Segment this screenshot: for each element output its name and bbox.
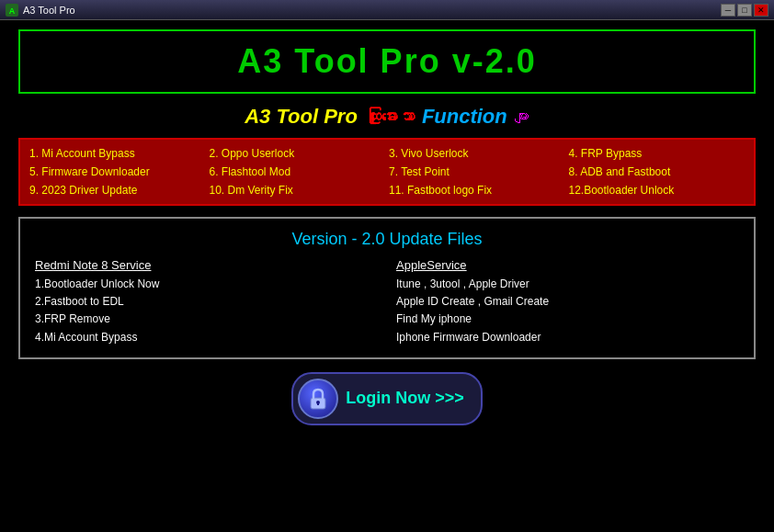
apple-item-2: Apple ID Create , Gmail Create xyxy=(396,293,739,311)
svg-rect-4 xyxy=(317,402,319,405)
title-bar-buttons: ─ □ ✕ xyxy=(721,4,768,17)
version-left: Redmi Note 8 Service 1.Bootloader Unlock… xyxy=(35,258,378,346)
func-item-8[interactable]: 8. ADB and Fastboot xyxy=(569,165,746,178)
svg-text:A: A xyxy=(9,6,16,16)
func-item-7[interactable]: 7. Test Point xyxy=(389,165,565,178)
redmi-item-1: 1.Bootloader Unlock Now xyxy=(35,276,378,293)
func-item-2[interactable]: 2. Oppo Userlock xyxy=(210,147,386,160)
func-item-6[interactable]: 6. Flashtool Mod xyxy=(210,165,386,178)
header-box: A3 Tool Pro v-2.0 xyxy=(18,29,756,94)
lock-icon xyxy=(298,379,338,419)
func-item-1[interactable]: 1. Mi Account Bypass xyxy=(29,147,206,160)
functions-grid: 1. Mi Account Bypass 2. Oppo Userlock 3.… xyxy=(29,147,745,197)
functions-box: 1. Mi Account Bypass 2. Oppo Userlock 3.… xyxy=(18,138,756,206)
close-button[interactable]: ✕ xyxy=(754,4,768,17)
login-area: Login Now >>> xyxy=(18,372,756,425)
login-text: Login Now >>> xyxy=(346,389,464,408)
maximize-button[interactable]: □ xyxy=(737,4,752,17)
version-box: Version - 2.0 Update Files Redmi Note 8 … xyxy=(18,217,756,359)
redmi-item-4: 4.Mi Account Bypass xyxy=(35,329,378,346)
apple-item-3: Find My iphone xyxy=(396,311,739,328)
main-content: A3 Tool Pro v-2.0 A3 Tool Pro ထူးခြားသော… xyxy=(0,20,774,532)
title-bar-text: A3 Tool Pro xyxy=(23,5,75,16)
apple-heading: AppleService xyxy=(396,258,739,272)
func-item-3[interactable]: 3. Vivo Userlock xyxy=(389,147,565,160)
func-item-10[interactable]: 10. Dm Verity Fix xyxy=(210,184,386,197)
func-item-12[interactable]: 12.Bootloader Unlock xyxy=(569,184,746,197)
redmi-item-3: 3.FRP Remove xyxy=(35,311,378,328)
func-item-11[interactable]: 11. Fastboot logo Fix xyxy=(389,184,565,197)
app-icon: A xyxy=(6,4,18,17)
version-content: Redmi Note 8 Service 1.Bootloader Unlock… xyxy=(35,258,739,346)
func-item-5[interactable]: 5. Firmware Downloader xyxy=(29,165,206,178)
app-title: A3 Tool Pro v-2.0 xyxy=(237,42,536,80)
subtitle-myanmar2: များ xyxy=(515,108,529,125)
func-item-4[interactable]: 4. FRP Bypass xyxy=(569,147,746,160)
redmi-heading: Redmi Note 8 Service xyxy=(35,258,378,272)
title-bar-left: A A3 Tool Pro xyxy=(6,4,75,17)
subtitle-row: A3 Tool Pro ထူးခြားသော Function များ xyxy=(18,105,756,129)
subtitle-a3: A3 Tool Pro xyxy=(245,105,358,129)
minimize-button[interactable]: ─ xyxy=(721,4,735,17)
func-item-9[interactable]: 9. 2023 Driver Update xyxy=(29,184,206,197)
subtitle-myanmar: ထူးခြားသော xyxy=(365,108,415,127)
version-right: AppleService Itune , 3utool , Apple Driv… xyxy=(378,258,739,346)
login-button[interactable]: Login Now >>> xyxy=(291,372,483,425)
version-title: Version - 2.0 Update Files xyxy=(35,230,739,249)
title-bar: A A3 Tool Pro ─ □ ✕ xyxy=(0,0,774,20)
subtitle-function: Function xyxy=(422,105,507,129)
redmi-item-2: 2.Fastboot to EDL xyxy=(35,293,378,311)
apple-item-1: Itune , 3utool , Apple Driver xyxy=(396,276,739,293)
apple-item-4: Iphone Firmware Downloader xyxy=(396,329,739,346)
